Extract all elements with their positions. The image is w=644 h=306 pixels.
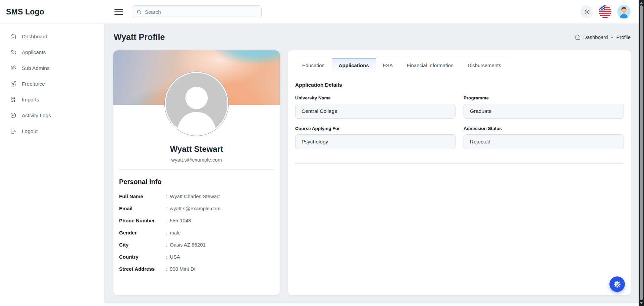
sidebar-item-label: Activity Logs bbox=[22, 113, 51, 119]
topbar-actions bbox=[580, 5, 631, 18]
personal-info-section: Personal Info Full Name :Wyatt Charles S… bbox=[113, 178, 280, 275]
info-row-phone: Phone Number :555-1048 bbox=[119, 214, 274, 226]
app-logo-text: SMS Logo bbox=[6, 7, 44, 16]
users-two-icon bbox=[10, 64, 17, 72]
history-clock-icon bbox=[10, 112, 17, 119]
sidebar-item-label: Freelance bbox=[22, 81, 45, 87]
university-name-input[interactable] bbox=[295, 104, 455, 119]
sidebar-item-activity-logs[interactable]: Activity Logs bbox=[0, 107, 104, 123]
application-form: University Name Programme Course Applyin… bbox=[295, 88, 624, 149]
info-value: :Wyatt Charles Stewart bbox=[166, 193, 274, 199]
field-course-applying-for: Course Applying For bbox=[295, 119, 455, 149]
scroll-up-arrow[interactable] bbox=[640, 2, 643, 4]
field-label: University Name bbox=[295, 95, 455, 100]
dollar-square-arrow-icon bbox=[10, 80, 17, 87]
field-label: Course Applying For bbox=[295, 126, 455, 131]
info-label: Gender bbox=[119, 230, 166, 235]
field-university-name: University Name bbox=[295, 88, 455, 119]
sidebar-item-sub-admins[interactable]: Sub Admins bbox=[0, 60, 104, 76]
field-label: Admission Status bbox=[464, 126, 624, 131]
info-label: Country bbox=[119, 254, 166, 260]
person-placeholder-icon bbox=[166, 73, 227, 135]
info-label: Email bbox=[119, 206, 166, 211]
field-admission-status: Admission Status bbox=[464, 119, 624, 149]
sidebar-item-label: Dashboard bbox=[22, 34, 47, 40]
course-applying-for-input[interactable] bbox=[295, 134, 455, 149]
info-value: :USA bbox=[166, 254, 274, 260]
sidebar-item-label: Sub Admins bbox=[22, 65, 50, 71]
sidebar-nav: Dashboard Applicants Sub Admins Freelanc… bbox=[0, 24, 104, 139]
main-content: Wyatt Profile Dashboard - Profile Wyatt … bbox=[104, 24, 639, 306]
user-avatar bbox=[617, 5, 631, 18]
info-row-email: Email :wyatt.s@example.com bbox=[119, 202, 274, 214]
breadcrumb: Dashboard - Profile bbox=[575, 34, 631, 40]
tab-education[interactable]: Education bbox=[295, 58, 332, 73]
hamburger-menu-icon[interactable] bbox=[114, 8, 123, 15]
home-icon bbox=[575, 34, 581, 40]
database-down-icon bbox=[10, 96, 17, 103]
profile-name: Wyatt Stewart bbox=[113, 144, 280, 154]
profile-email: wyatt.s@example.com bbox=[113, 157, 280, 163]
home-icon bbox=[10, 33, 17, 40]
theme-toggle-button[interactable] bbox=[580, 5, 593, 18]
search-box bbox=[132, 5, 262, 18]
divider bbox=[295, 163, 624, 164]
info-row-full-name: Full Name :Wyatt Charles Stewart bbox=[119, 190, 274, 202]
info-label: Full Name bbox=[119, 193, 166, 199]
info-row-city: City :Oasis AZ 85201 bbox=[119, 238, 274, 251]
sidebar-item-freelance[interactable]: Freelance bbox=[0, 76, 104, 92]
tab-financial-information[interactable]: Financial Information bbox=[400, 58, 461, 73]
sidebar-item-applicants[interactable]: Applicants bbox=[0, 44, 104, 60]
breadcrumb-current: Profile bbox=[616, 34, 631, 40]
tab-fsa[interactable]: FSA bbox=[376, 58, 400, 73]
info-value: :Oasis AZ 85201 bbox=[166, 242, 274, 248]
gear-icon bbox=[613, 280, 622, 289]
sun-icon bbox=[583, 8, 590, 15]
info-row-country: Country :USA bbox=[119, 251, 274, 263]
horizontal-scrollbar[interactable] bbox=[104, 302, 639, 306]
tab-disbursements[interactable]: Disbursements bbox=[461, 58, 508, 73]
info-value: :900 Mint Dr bbox=[166, 266, 274, 272]
field-label: Programme bbox=[464, 95, 624, 100]
admission-status-input[interactable] bbox=[464, 134, 624, 149]
info-label: City bbox=[119, 242, 166, 248]
scrollbar-thumb[interactable] bbox=[640, 5, 643, 300]
divider bbox=[119, 169, 274, 170]
breadcrumb-separator: - bbox=[610, 34, 614, 40]
field-programme: Programme bbox=[464, 88, 624, 119]
tab-bar: Education Applications FSA Financial Inf… bbox=[295, 58, 508, 73]
sign-out-icon bbox=[10, 128, 17, 135]
info-value: :male bbox=[166, 230, 274, 235]
info-label: Street Address bbox=[119, 266, 166, 272]
info-row-gender: Gender :male bbox=[119, 226, 274, 238]
search-input[interactable] bbox=[145, 9, 257, 15]
profile-card: Wyatt Stewart wyatt.s@example.com Person… bbox=[113, 50, 280, 295]
user-menu-button[interactable] bbox=[617, 5, 631, 18]
settings-fab-button[interactable] bbox=[609, 276, 625, 292]
sidebar: SMS Logo Dashboard Applicants Sub Admins bbox=[0, 0, 104, 306]
page-title: Wyatt Profile bbox=[114, 32, 165, 42]
info-label: Phone Number bbox=[119, 218, 166, 223]
users-three-icon bbox=[10, 49, 17, 56]
page-header: Wyatt Profile Dashboard - Profile bbox=[104, 24, 639, 50]
sidebar-item-imports[interactable]: Imports bbox=[0, 92, 104, 107]
language-flag-button[interactable] bbox=[599, 5, 611, 18]
sidebar-item-logout[interactable]: Logout bbox=[0, 123, 104, 139]
detail-card: Education Applications FSA Financial Inf… bbox=[288, 50, 631, 295]
programme-input[interactable] bbox=[464, 104, 624, 119]
info-row-street: Street Address :900 Mint Dr bbox=[119, 263, 274, 275]
application-details-title: Application Details bbox=[295, 82, 624, 88]
sidebar-item-dashboard[interactable]: Dashboard bbox=[0, 29, 104, 44]
sidebar-item-label: Logout bbox=[22, 128, 38, 134]
scroll-down-arrow[interactable] bbox=[640, 302, 643, 304]
personal-info-title: Personal Info bbox=[119, 178, 274, 186]
breadcrumb-root[interactable]: Dashboard bbox=[583, 34, 608, 40]
personal-info-list: Full Name :Wyatt Charles Stewart Email :… bbox=[119, 190, 274, 275]
info-value: :555-1048 bbox=[166, 218, 274, 223]
tab-applications[interactable]: Applications bbox=[332, 58, 376, 73]
vertical-scrollbar[interactable] bbox=[639, 0, 644, 306]
sidebar-item-label: Imports bbox=[22, 97, 39, 103]
topbar bbox=[104, 0, 639, 24]
us-flag-icon bbox=[599, 5, 611, 18]
info-value: :wyatt.s@example.com bbox=[166, 206, 274, 211]
